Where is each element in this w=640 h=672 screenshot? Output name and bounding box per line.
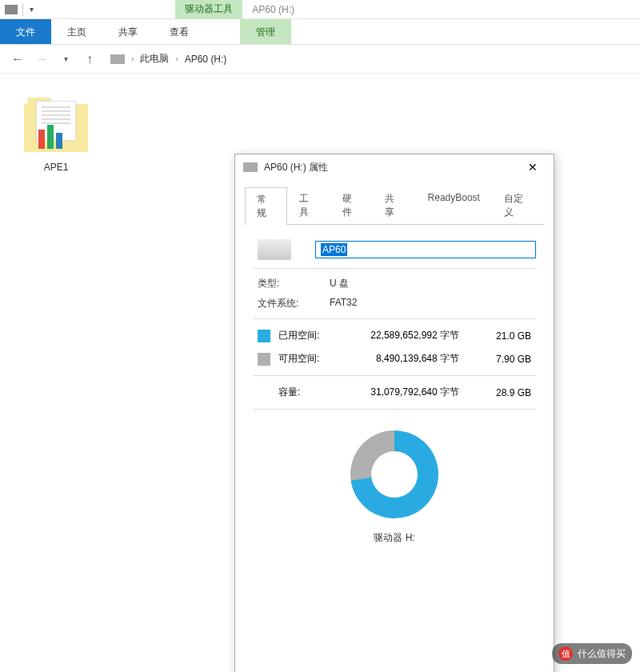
filesystem-value: FAT32 bbox=[330, 297, 357, 310]
tab-sharing[interactable]: 共享 bbox=[373, 186, 415, 224]
close-button[interactable]: ✕ bbox=[520, 161, 546, 174]
ribbon-tabs: 文件 主页 共享 查看 管理 bbox=[0, 19, 640, 45]
free-swatch-icon bbox=[258, 353, 270, 366]
watermark-text: 什么值得买 bbox=[578, 647, 626, 661]
chevron-right-icon: › bbox=[131, 54, 134, 63]
properties-dialog: AP60 (H:) 属性 ✕ 常规 工具 硬件 共享 ReadyBoost 自定… bbox=[234, 154, 554, 672]
drive-large-icon bbox=[258, 239, 291, 260]
drive-name-input[interactable]: AP60 bbox=[315, 241, 536, 258]
breadcrumb-this-pc[interactable]: 此电脑 bbox=[140, 52, 169, 66]
dialog-title: AP60 (H:) 属性 bbox=[264, 161, 520, 174]
chevron-right-icon: › bbox=[175, 54, 178, 63]
watermark-icon: 值 bbox=[558, 646, 573, 661]
used-gb: 21.0 GB bbox=[475, 330, 531, 342]
tab-readyboost[interactable]: ReadyBoost bbox=[416, 186, 492, 224]
tab-manage[interactable]: 管理 bbox=[240, 19, 291, 44]
qat-dropdown[interactable]: ▾ bbox=[26, 5, 37, 14]
forward-button[interactable]: → bbox=[32, 50, 51, 69]
tab-general[interactable]: 常规 bbox=[245, 187, 287, 225]
up-button[interactable]: ↑ bbox=[80, 50, 99, 69]
breadcrumb[interactable]: › 此电脑 › AP60 (H:) bbox=[110, 52, 226, 66]
type-value: U 盘 bbox=[330, 277, 349, 290]
tab-file[interactable]: 文件 bbox=[0, 19, 51, 44]
tab-share[interactable]: 共享 bbox=[102, 19, 154, 44]
back-button[interactable]: ← bbox=[8, 50, 27, 69]
tab-tools[interactable]: 工具 bbox=[287, 186, 330, 224]
drive-chart-label: 驱动器 H: bbox=[253, 531, 536, 545]
free-label: 可用空间: bbox=[278, 352, 342, 366]
capacity-label: 容量: bbox=[278, 386, 342, 399]
used-label: 已用空间: bbox=[278, 329, 342, 342]
tab-customize[interactable]: 自定义 bbox=[492, 186, 544, 224]
file-pane[interactable]: APE1 AP60 (H:) 属性 ✕ 常规 工具 硬件 共享 ReadyBoo… bbox=[0, 74, 640, 672]
drive-icon bbox=[5, 5, 18, 14]
dialog-titlebar[interactable]: AP60 (H:) 属性 ✕ bbox=[235, 154, 554, 180]
recent-dropdown[interactable]: ▾ bbox=[56, 50, 75, 69]
usage-donut-chart bbox=[350, 430, 438, 518]
contextual-group-label: 驱动器工具 bbox=[175, 0, 242, 19]
capacity-bytes: 31,079,792,640 字节 bbox=[342, 386, 475, 399]
free-gb: 7.90 GB bbox=[475, 354, 531, 365]
tab-hardware[interactable]: 硬件 bbox=[330, 186, 373, 224]
separator bbox=[22, 3, 23, 16]
free-bytes: 8,490,139,648 字节 bbox=[342, 352, 475, 366]
capacity-gb: 28.9 GB bbox=[475, 387, 531, 398]
breadcrumb-location[interactable]: AP60 (H:) bbox=[185, 54, 227, 65]
properties-tabs: 常规 工具 硬件 共享 ReadyBoost 自定义 bbox=[245, 186, 544, 225]
window-title: AP60 (H:) bbox=[242, 1, 304, 18]
folder-icon bbox=[24, 98, 88, 154]
type-label: 类型: bbox=[258, 277, 330, 290]
watermark: 值 什么值得买 bbox=[552, 643, 632, 664]
tab-view[interactable]: 查看 bbox=[154, 19, 205, 44]
filesystem-label: 文件系统: bbox=[258, 297, 330, 310]
folder-item[interactable]: APE1 bbox=[16, 98, 96, 173]
drive-icon bbox=[110, 54, 125, 64]
folder-label: APE1 bbox=[16, 162, 96, 173]
navigation-bar: ← → ▾ ↑ › 此电脑 › AP60 (H:) bbox=[0, 45, 640, 74]
drive-icon bbox=[243, 162, 258, 172]
used-bytes: 22,589,652,992 字节 bbox=[342, 329, 475, 342]
window-titlebar: ▾ 驱动器工具 AP60 (H:) bbox=[0, 0, 640, 19]
used-swatch-icon bbox=[258, 330, 270, 342]
tab-home[interactable]: 主页 bbox=[51, 19, 102, 44]
